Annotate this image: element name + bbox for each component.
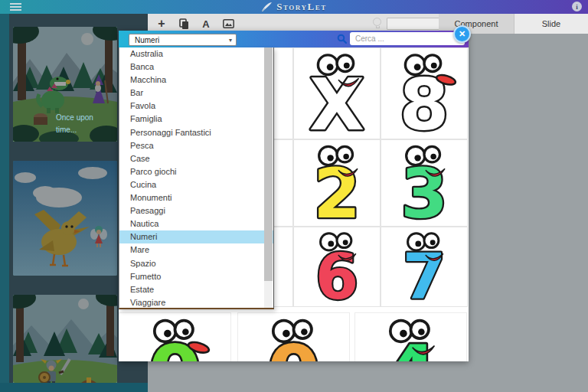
svg-text:6: 6 bbox=[315, 240, 359, 306]
category-option[interactable]: Pesca bbox=[119, 139, 273, 152]
svg-text:2: 2 bbox=[313, 155, 361, 226]
quill-icon bbox=[261, 2, 273, 12]
duplicate-icon[interactable] bbox=[178, 17, 190, 31]
category-option[interactable]: Monumenti bbox=[119, 191, 273, 204]
app-root: StoryLet i + A Component bbox=[0, 0, 588, 392]
category-option[interactable]: Spazio bbox=[119, 257, 273, 270]
search-icon bbox=[337, 34, 347, 44]
app-logo: StoryLet bbox=[0, 0, 588, 14]
category-option-selected[interactable]: Numeri bbox=[119, 230, 273, 243]
category-option[interactable]: Case bbox=[119, 152, 273, 165]
clipart-item[interactable]: 8 bbox=[381, 47, 468, 139]
slide-thumbnail-dinosaur-wizard[interactable]: Once upon time... bbox=[13, 27, 117, 142]
category-option[interactable]: Bar bbox=[119, 87, 273, 100]
info-icon[interactable]: i bbox=[572, 2, 582, 11]
clipart-item[interactable]: 3 bbox=[381, 139, 468, 227]
clipart-item[interactable]: 0 bbox=[237, 312, 350, 361]
slide-caption: Once upon time... bbox=[56, 112, 111, 136]
hint-lightbulb-icon[interactable] bbox=[373, 18, 382, 30]
slide-thumbnail-bird-fairy[interactable] bbox=[13, 161, 117, 276]
category-option[interactable]: Macchina bbox=[119, 74, 273, 87]
clipart-modal: X82367004 Numeri ▾ AustraliaBancaMacchin… bbox=[119, 31, 469, 361]
category-dropdown-list: AustraliaBancaMacchinaBarFavolaFamigliaP… bbox=[119, 47, 273, 309]
clipart-item[interactable]: X bbox=[293, 47, 381, 139]
svg-text:X: X bbox=[309, 63, 364, 139]
tab-slide[interactable]: Slide bbox=[514, 14, 588, 34]
clipart-item[interactable]: 2 bbox=[293, 139, 381, 227]
dropdown-scrollbar[interactable] bbox=[264, 47, 273, 308]
modal-header: Numeri ▾ bbox=[119, 31, 469, 47]
category-option[interactable]: Cucina bbox=[119, 178, 273, 191]
clipart-item[interactable]: 0 bbox=[119, 312, 231, 361]
category-option[interactable]: Parco giochi bbox=[119, 165, 273, 178]
category-option[interactable]: Mare bbox=[119, 243, 273, 256]
svg-text:3: 3 bbox=[400, 155, 448, 226]
caret-down-icon: ▾ bbox=[229, 37, 236, 44]
top-bar: StoryLet i bbox=[0, 0, 588, 14]
category-option[interactable]: Nautica bbox=[119, 217, 273, 230]
sidebar-rail bbox=[0, 14, 9, 392]
category-select[interactable]: Numeri ▾ bbox=[129, 34, 237, 46]
category-option[interactable]: Famiglia bbox=[119, 113, 273, 126]
close-modal-button[interactable]: ✕ bbox=[453, 25, 471, 43]
category-option[interactable]: Viaggiare bbox=[119, 296, 273, 309]
category-option[interactable]: Banca bbox=[119, 60, 273, 74]
sidebar-footer bbox=[0, 383, 148, 392]
image-tool-icon[interactable] bbox=[222, 17, 234, 31]
search-input[interactable] bbox=[350, 32, 465, 45]
category-select-value: Numeri bbox=[129, 36, 229, 44]
category-option[interactable]: Personaggi Fantastici bbox=[119, 126, 273, 139]
slide-thumbnail-knight-treasure[interactable] bbox=[13, 295, 117, 383]
category-option[interactable]: Fumetto bbox=[119, 270, 273, 283]
clipart-item[interactable]: 4 bbox=[354, 312, 467, 361]
category-dropdown: AustraliaBancaMacchinaBarFavolaFamigliaP… bbox=[119, 47, 274, 309]
app-title: StoryLet bbox=[276, 1, 326, 13]
category-option[interactable]: Australia bbox=[119, 47, 273, 60]
add-button[interactable]: + bbox=[155, 17, 168, 31]
svg-text:7: 7 bbox=[403, 240, 446, 306]
text-tool-button[interactable]: A bbox=[200, 17, 212, 31]
clipart-item[interactable]: 6 bbox=[293, 227, 381, 307]
category-option[interactable]: Estate bbox=[119, 283, 273, 296]
category-option[interactable]: Favola bbox=[119, 100, 273, 113]
category-option[interactable]: Paesaggi bbox=[119, 204, 273, 217]
clipart-item[interactable]: 7 bbox=[381, 227, 468, 307]
